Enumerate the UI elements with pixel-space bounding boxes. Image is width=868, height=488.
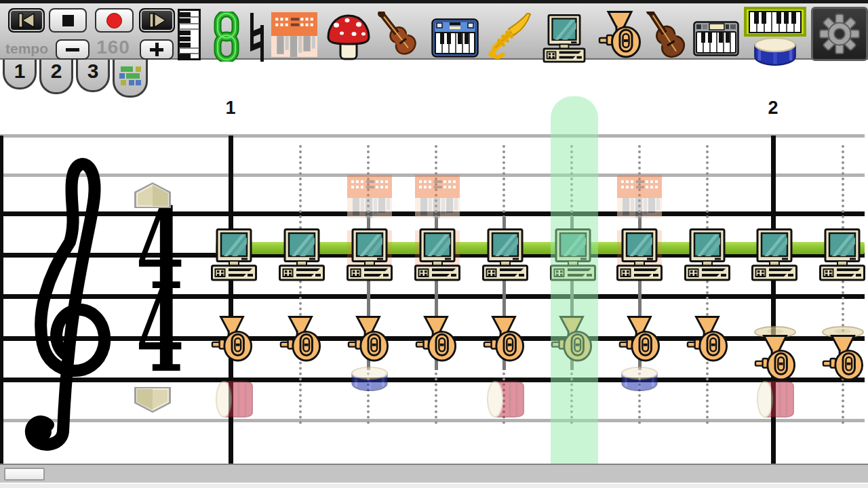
pitch-up-button[interactable] <box>134 182 172 209</box>
note-computer[interactable] <box>347 228 393 281</box>
selected-piano-icon <box>744 7 806 37</box>
track-tabs: 123 <box>0 60 868 100</box>
staff-line <box>0 378 865 382</box>
instrument-natural[interactable] <box>245 12 269 63</box>
tab-3[interactable]: 3 <box>76 60 110 92</box>
note-tuba[interactable] <box>618 315 660 363</box>
tab-2[interactable]: 2 <box>39 60 73 94</box>
instrument-synth[interactable] <box>271 10 317 59</box>
beat-guide <box>842 145 844 424</box>
measure-number: 2 <box>760 98 787 119</box>
instrument-palette <box>0 3 868 63</box>
instrument-synthesizer[interactable] <box>693 21 739 56</box>
settings-button[interactable] <box>811 7 868 61</box>
instrument-cello[interactable] <box>644 12 689 63</box>
tab-blocks[interactable] <box>113 60 148 98</box>
bottom-strip <box>0 483 868 488</box>
instrument-computer[interactable] <box>540 14 589 63</box>
ghost-note-drum-red[interactable] <box>486 380 525 418</box>
ghost-note-drum-blue[interactable] <box>349 366 390 392</box>
note-tuba[interactable] <box>822 334 864 382</box>
ghost-note-drum-blue[interactable] <box>619 366 660 392</box>
instrument-violin[interactable] <box>377 12 422 62</box>
note-tuba[interactable] <box>754 334 796 382</box>
measure-number: 1 <box>217 98 244 119</box>
note-tuba[interactable] <box>483 315 525 363</box>
ledger-line <box>0 419 865 422</box>
time-signature-bottom: 4 <box>136 291 174 373</box>
toolbar: tempo 160 <box>0 0 868 60</box>
instrument-mushroom[interactable] <box>327 14 370 62</box>
treble-clef <box>10 140 125 453</box>
ledger-line <box>0 134 865 138</box>
note-computer[interactable] <box>751 228 797 281</box>
playhead <box>551 96 598 485</box>
note-tuba[interactable] <box>279 315 321 363</box>
tab-1[interactable]: 1 <box>3 60 37 89</box>
beat-guide <box>299 145 302 424</box>
ghost-note-drum-red[interactable] <box>755 380 795 418</box>
music-composer-app: tempo 160 123 1244 <box>0 0 868 488</box>
staff-line <box>0 294 865 299</box>
instrument-trumpet[interactable] <box>486 13 533 60</box>
note-computer[interactable] <box>616 228 663 281</box>
note-tuba[interactable] <box>347 315 389 363</box>
drum-icon <box>753 37 797 66</box>
note-computer[interactable] <box>211 228 257 281</box>
note-tuba[interactable] <box>686 315 728 363</box>
blocks-icon <box>118 65 142 85</box>
scrollbar-track[interactable] <box>0 464 868 483</box>
score-area: 1244 <box>0 60 868 488</box>
note-computer[interactable] <box>414 228 460 281</box>
note-computer[interactable] <box>279 228 325 281</box>
pitch-down-button[interactable] <box>134 386 172 413</box>
note-computer[interactable] <box>819 228 865 281</box>
instrument-link[interactable] <box>213 12 240 62</box>
gear-icon <box>818 13 861 55</box>
note-computer[interactable] <box>684 228 730 281</box>
ghost-note-synth[interactable] <box>617 175 662 218</box>
instrument-tuba[interactable] <box>598 7 642 62</box>
tab-label: 2 <box>51 60 62 83</box>
scrollbar-thumb[interactable] <box>4 468 45 481</box>
note-tuba[interactable] <box>415 315 457 363</box>
beat-guide <box>706 145 709 424</box>
tab-label: 1 <box>14 60 26 83</box>
instrument-piano-roll[interactable] <box>178 9 201 60</box>
ghost-note-drum-red[interactable] <box>214 380 254 418</box>
ghost-note-synth[interactable] <box>415 175 460 218</box>
note-tuba[interactable] <box>211 315 253 363</box>
start-barline <box>0 136 3 464</box>
instrument-keyboard[interactable] <box>431 18 479 58</box>
ghost-note-synth[interactable] <box>347 175 392 218</box>
tab-label: 3 <box>87 60 99 83</box>
note-computer[interactable] <box>482 228 528 281</box>
instrument-piano-drum[interactable] <box>744 7 806 66</box>
